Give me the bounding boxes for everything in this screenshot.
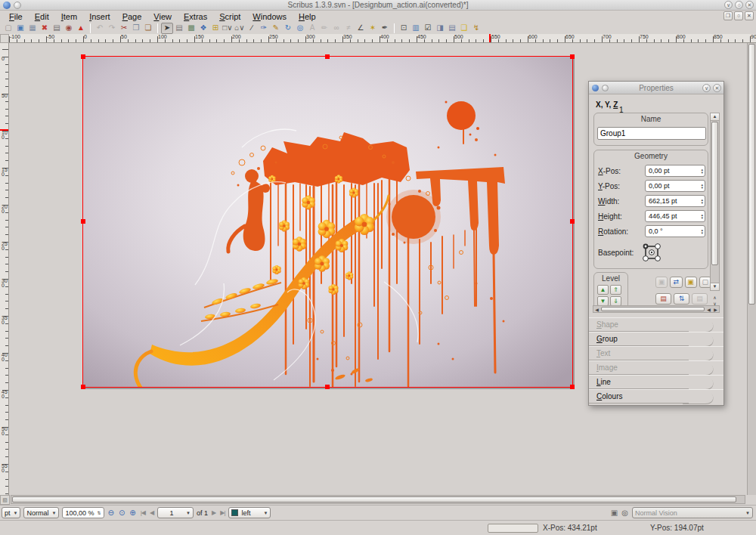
scroll-up-icon[interactable]: ▲ (711, 113, 719, 121)
spinner-arrows-icon[interactable]: ▴▾ (701, 226, 703, 237)
flip-horizontal[interactable]: ⇄ (670, 277, 682, 288)
open-document[interactable]: ▣ (14, 23, 26, 34)
ruler-origin-box[interactable] (0, 34, 9, 43)
spinner-arrows-icon[interactable]: ▴▾ (701, 165, 703, 176)
rotate-item[interactable]: ↻ (282, 23, 294, 34)
insert-table[interactable]: ⊞ (209, 23, 222, 34)
page-selector[interactable]: 1▼ (157, 507, 194, 518)
flip-vertical[interactable]: ⇅ (674, 293, 689, 305)
insert-line[interactable]: ∕ (246, 23, 258, 34)
menu-page[interactable]: Page (116, 12, 148, 21)
spinbox[interactable]: 446,45 pt ▴▾ (645, 210, 705, 222)
preflight-verifier[interactable]: ◉ (63, 23, 75, 34)
undo[interactable]: ↶ (94, 23, 106, 34)
spinner-arrows-icon[interactable]: ▴▾ (701, 196, 703, 206)
horizontal-scrollbar-thumb[interactable] (12, 496, 736, 503)
enable-printing[interactable]: ▤ (655, 293, 671, 305)
eye-dropper[interactable]: ✒ (379, 23, 391, 34)
pdf-push-button[interactable]: ⊡ (398, 23, 410, 34)
pdf-checkbox[interactable]: ☑ (422, 23, 434, 34)
selection-handle-bottom-center[interactable] (325, 385, 330, 389)
select-item[interactable]: ➤ (161, 23, 173, 34)
mdi-close-button[interactable]: ✕ (745, 11, 754, 20)
insert-render-frame[interactable]: ❖ (197, 23, 209, 34)
menu-windows[interactable]: Windows (246, 12, 293, 21)
menu-view[interactable]: View (147, 12, 178, 21)
zoom-in-button[interactable]: ⊕ (129, 509, 136, 517)
selection-handle-middle-right[interactable] (570, 219, 575, 224)
pdf-text-field[interactable]: ▥ (410, 23, 422, 34)
selection-handle-top-left[interactable] (81, 54, 85, 59)
shade-window-button[interactable]: ∨ (724, 1, 733, 9)
layer-selector[interactable]: left▼ (228, 507, 271, 518)
selection-handle-top-center[interactable] (325, 54, 330, 59)
menu-script[interactable]: Script (213, 12, 246, 21)
vertical-ruler[interactable]: 050100150200250300350400450500550 (0, 43, 9, 495)
page-preview-toggle-icon[interactable]: ▧ (0, 495, 10, 505)
mdi-maximize-button[interactable]: ○ (734, 11, 743, 20)
vision-selector[interactable]: Normal Vision▼ (632, 507, 753, 518)
tab-text[interactable]: Text (589, 346, 723, 360)
vertical-scrollbar-thumb[interactable] (748, 44, 755, 305)
menu-file[interactable]: File (3, 12, 29, 21)
palette-shade-button[interactable]: ∨ (702, 84, 711, 92)
paste[interactable]: ❏ (142, 23, 154, 34)
basepoint-selector[interactable] (642, 243, 662, 262)
insert-text-frame[interactable]: ▤ (173, 23, 185, 34)
scroll-down-icon[interactable]: ▼ (711, 283, 719, 290)
raise-level[interactable]: ▲ (597, 285, 609, 295)
spinbox[interactable]: 0,00 pt ▴▾ (645, 180, 705, 192)
pdf-link-annotation[interactable]: ↯ (470, 23, 482, 34)
mdi-restore-button[interactable]: ❐ (723, 11, 733, 20)
export-pdf[interactable]: ▲ (75, 23, 87, 34)
selection-handle-bottom-right[interactable] (570, 385, 575, 389)
zoom[interactable]: ◎ (294, 23, 306, 34)
scroll-left2-icon[interactable]: ◀ (705, 307, 712, 312)
unlink-text-frames[interactable]: ≠ (342, 23, 355, 34)
copy-properties[interactable]: ✶ (367, 23, 379, 34)
menu-edit[interactable]: Edit (29, 12, 55, 21)
copy[interactable]: ❐ (130, 23, 142, 34)
close-document[interactable]: ✖ (39, 23, 51, 34)
spinner-arrows-icon[interactable]: ▴▾ (701, 211, 703, 221)
maximize-window-button[interactable]: ○ (735, 1, 743, 9)
tab-line[interactable]: Line (589, 375, 723, 389)
menu-help[interactable]: Help (293, 12, 322, 21)
tab-shape[interactable]: Shape (589, 317, 723, 332)
palette-mini-spin[interactable]: ∧∨ (711, 295, 719, 306)
first-page-button[interactable]: |◀ (140, 509, 146, 516)
quality-selector[interactable]: Normal▼ (23, 507, 59, 518)
palette-vertical-scrollbar[interactable]: ▲ ▼ (710, 113, 720, 291)
lock-object[interactable]: ▣ (685, 277, 697, 288)
palette-horizontal-scrollbar[interactable]: ◀ ◀ ▶ (593, 305, 720, 313)
insert-shape[interactable]: □∨ (222, 23, 234, 34)
save-document[interactable]: ▦ (26, 23, 39, 34)
zoom-out-button[interactable]: ⊖ (107, 509, 115, 517)
tab-group[interactable]: Group (589, 332, 723, 346)
last-page-button[interactable]: ▶| (219, 509, 225, 516)
selection-handle-middle-left[interactable] (81, 219, 85, 224)
palette-hscroll-thumb[interactable] (601, 307, 705, 311)
redo[interactable]: ↷ (106, 23, 118, 34)
cut[interactable]: ✂ (118, 23, 130, 34)
pdf-text-annotation[interactable]: ❑ (458, 23, 470, 34)
selection-handle-top-right[interactable] (570, 54, 575, 59)
print-object[interactable]: ▤ (692, 293, 708, 305)
menu-insert[interactable]: Insert (83, 12, 116, 21)
spinbox[interactable]: 0,0 ° ▴▾ (645, 225, 705, 237)
horizontal-scrollbar[interactable] (11, 495, 745, 504)
tab-xyz[interactable]: X, Y, Z (596, 101, 618, 109)
zoom-default-button[interactable]: ⊙ (118, 509, 125, 517)
insert-bezier-curve[interactable]: ✑ (258, 23, 270, 34)
link-text-frames[interactable]: ∞ (330, 23, 342, 34)
print-document[interactable]: ▤ (51, 23, 63, 34)
palette-vscroll-thumb[interactable] (711, 122, 718, 265)
close-window-button[interactable]: ✕ (745, 1, 754, 9)
next-page-button[interactable]: ▶ (211, 509, 216, 516)
object-name-input[interactable] (597, 127, 706, 140)
spinbox[interactable]: 662,15 pt ▴▾ (645, 195, 705, 207)
zoom-level-spinbox[interactable]: 100,00 %⇅ (62, 507, 104, 518)
preview-eye-icon[interactable]: ◎ (621, 509, 628, 517)
artwork-image[interactable] (83, 57, 572, 387)
pdf-combo-box[interactable]: ◨ (434, 23, 446, 34)
